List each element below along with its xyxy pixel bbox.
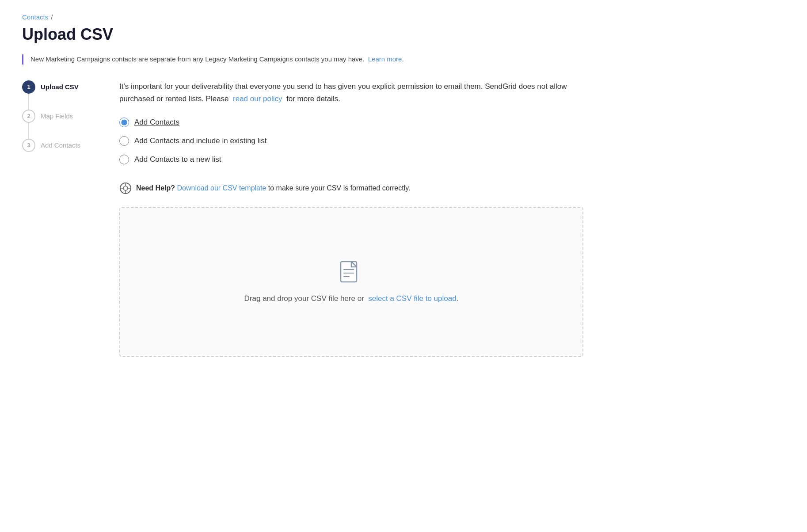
- breadcrumb-separator: /: [51, 13, 53, 21]
- step-1: 1 Upload CSV: [22, 80, 93, 94]
- help-text: Need Help? Download our CSV template to …: [136, 184, 410, 192]
- info-banner: New Marketing Campaigns contacts are sep…: [22, 54, 785, 65]
- radio-new-list[interactable]: [119, 155, 129, 164]
- page-title: Upload CSV: [22, 25, 785, 44]
- breadcrumb-contacts-link[interactable]: Contacts: [22, 13, 48, 21]
- step-connector-2-3: [28, 123, 29, 139]
- stepper: 1 Upload CSV 2 Map Fields 3 Add Contacts: [22, 80, 93, 152]
- drop-zone[interactable]: Drag and drop your CSV file here or sele…: [119, 207, 583, 357]
- drop-zone-text: Drag and drop your CSV file here or sele…: [244, 294, 459, 303]
- file-icon: [340, 261, 363, 287]
- content-area: It's important for your deliverability t…: [119, 80, 583, 357]
- learn-more-link[interactable]: Learn more: [368, 55, 402, 63]
- step-2-label: Map Fields: [41, 112, 73, 120]
- radio-add-contacts-label: Add Contacts: [134, 118, 179, 127]
- radio-new-list-label: Add Contacts to a new list: [134, 155, 221, 164]
- csv-template-link[interactable]: Download our CSV template: [177, 184, 266, 192]
- step-3: 3 Add Contacts: [22, 139, 93, 152]
- radio-option-add-contacts[interactable]: Add Contacts: [119, 118, 583, 127]
- step-connector-1-2: [28, 94, 29, 110]
- main-layout: 1 Upload CSV 2 Map Fields 3 Add Contacts…: [22, 80, 785, 357]
- breadcrumb: Contacts /: [22, 13, 785, 21]
- radio-option-existing-list[interactable]: Add Contacts and include in existing lis…: [119, 136, 583, 146]
- help-section: Need Help? Download our CSV template to …: [119, 182, 583, 194]
- step-2-circle: 2: [22, 110, 35, 123]
- step-3-label: Add Contacts: [41, 141, 80, 149]
- select-csv-link[interactable]: select a CSV file to upload: [368, 294, 456, 303]
- info-banner-text: New Marketing Campaigns contacts are sep…: [30, 54, 404, 65]
- svg-point-1: [123, 186, 128, 190]
- radio-existing-list-label: Add Contacts and include in existing lis…: [134, 137, 267, 145]
- help-bold: Need Help?: [136, 184, 175, 192]
- radio-existing-list[interactable]: [119, 136, 129, 146]
- policy-link[interactable]: read our policy: [233, 95, 282, 103]
- radio-add-contacts[interactable]: [119, 118, 129, 127]
- radio-option-new-list[interactable]: Add Contacts to a new list: [119, 155, 583, 164]
- step-2: 2 Map Fields: [22, 110, 93, 123]
- help-icon: [119, 182, 132, 194]
- step-1-circle: 1: [22, 80, 35, 94]
- step-1-label: Upload CSV: [41, 83, 79, 91]
- radio-group: Add Contacts Add Contacts and include in…: [119, 118, 583, 164]
- description-text: It's important for your deliverability t…: [119, 80, 583, 105]
- step-3-circle: 3: [22, 139, 35, 152]
